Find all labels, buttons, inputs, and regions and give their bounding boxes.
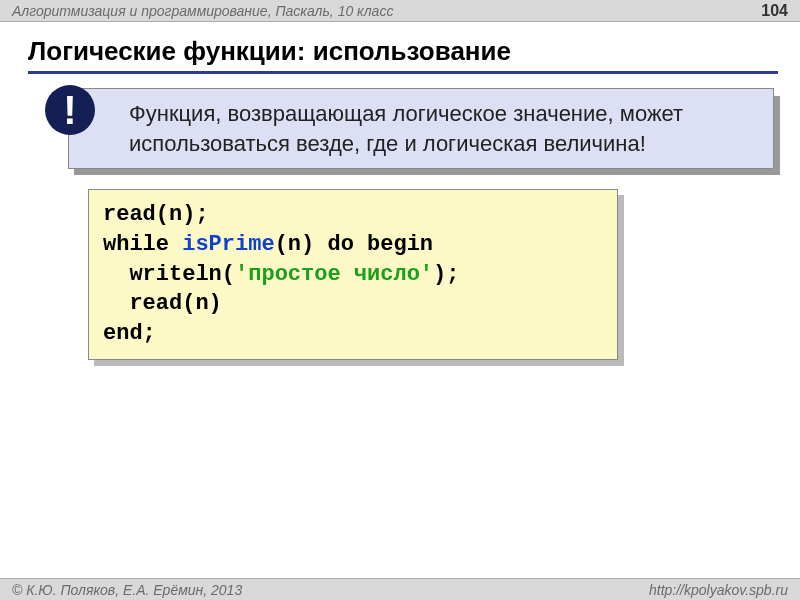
- course-label: Алгоритмизация и программирование, Паска…: [12, 3, 393, 19]
- code-line-4: read(n): [103, 291, 222, 316]
- exclamation-icon: !: [45, 85, 95, 135]
- code-string: 'простое число': [235, 262, 433, 287]
- footer-bar: © К.Ю. Поляков, Е.А. Ерёмин, 2013 http:/…: [0, 578, 800, 600]
- callout-text: Функция, возвращающая логическое значени…: [129, 101, 683, 156]
- header-bar: Алгоритмизация и программирование, Паска…: [0, 0, 800, 22]
- code-line-3c: );: [433, 262, 459, 287]
- callout-box: ! Функция, возвращающая логическое значе…: [34, 88, 774, 169]
- code: read(n); while isPrime(n) do begin write…: [88, 189, 618, 359]
- code-keyword-isprime: isPrime: [182, 232, 274, 257]
- code-line-1: read(n);: [103, 202, 209, 227]
- slide-title: Логические функции: использование: [28, 36, 778, 74]
- code-line-2c: (n) do begin: [275, 232, 433, 257]
- footer-url: http://kpolyakov.spb.ru: [649, 582, 788, 598]
- code-block: read(n); while isPrime(n) do begin write…: [88, 189, 618, 359]
- code-line-2a: while: [103, 232, 182, 257]
- authors: © К.Ю. Поляков, Е.А. Ерёмин, 2013: [12, 582, 242, 598]
- code-line-3a: writeln(: [103, 262, 235, 287]
- page-number: 104: [761, 2, 788, 20]
- slide-content: Логические функции: использование ! Функ…: [0, 22, 800, 360]
- callout: ! Функция, возвращающая логическое значе…: [68, 88, 774, 169]
- code-line-5: end;: [103, 321, 156, 346]
